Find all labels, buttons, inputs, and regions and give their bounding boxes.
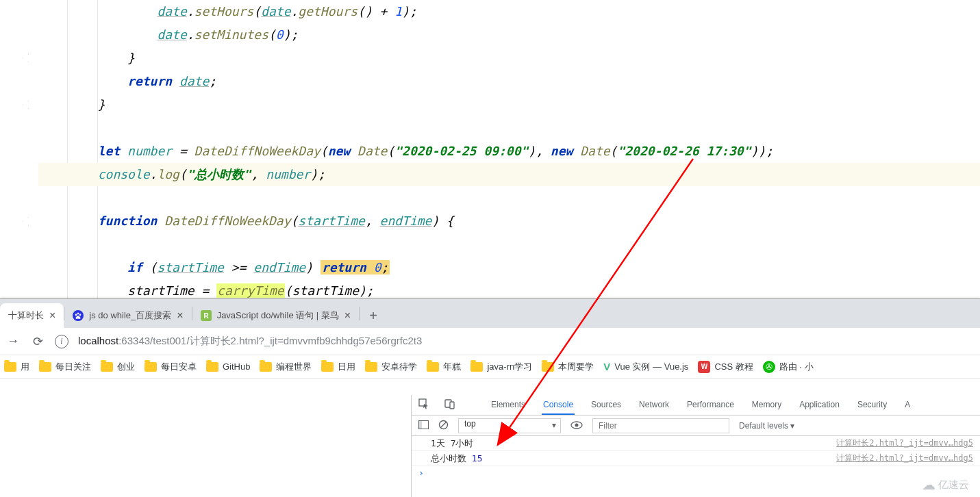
browser-tab[interactable]: js do while_百度搜索× bbox=[64, 303, 191, 328]
forward-button[interactable]: → bbox=[5, 334, 21, 348]
folder-icon bbox=[145, 362, 157, 372]
folder-icon bbox=[321, 362, 334, 372]
bookmark-item[interactable]: 日用 bbox=[321, 361, 355, 373]
console-toolbar: top Default levels ▾ bbox=[412, 416, 980, 436]
browser-tab[interactable]: 十算时长× bbox=[0, 303, 64, 328]
bookmark-item[interactable]: 编程世界 bbox=[260, 361, 312, 373]
bookmark-item[interactable]: WCSS 教程 bbox=[698, 361, 753, 373]
site-info-icon[interactable]: i bbox=[55, 335, 68, 348]
svg-line-9 bbox=[440, 422, 446, 427]
console-filter-input[interactable] bbox=[592, 418, 729, 433]
bookmark-item[interactable]: 年糕 bbox=[427, 361, 461, 373]
bookmark-label: Vue 实例 — Vue.js bbox=[614, 361, 688, 373]
bookmark-label: 创业 bbox=[117, 361, 135, 373]
bookmark-label: 日用 bbox=[338, 361, 355, 373]
svg-text:R: R bbox=[203, 312, 209, 320]
live-expression-icon[interactable] bbox=[570, 420, 583, 431]
bookmark-item[interactable]: 每日关注 bbox=[39, 361, 91, 373]
folder-icon bbox=[4, 362, 16, 372]
devtools-tab-security[interactable]: Security bbox=[856, 396, 888, 415]
tab-favicon: R bbox=[201, 310, 212, 321]
code-editor[interactable]: date.setHours(date.getHours() + 1); date… bbox=[0, 0, 980, 298]
bookmark-label: 编程世界 bbox=[276, 361, 312, 373]
code-line[interactable]: date.setHours(date.getHours() + 1); bbox=[38, 0, 980, 23]
code-line[interactable] bbox=[38, 116, 980, 140]
code-line[interactable] bbox=[38, 233, 980, 256]
code-line[interactable]: let number = DateDiffNoWeekDay(new Date(… bbox=[38, 140, 980, 163]
console-output[interactable]: 1天 7小时计算时长2.html?_ijt=dmvv…hdg5总小时数 15计算… bbox=[412, 436, 980, 497]
bookmark-item[interactable]: VVue 实例 — Vue.js bbox=[603, 361, 688, 373]
execution-context-select[interactable]: top bbox=[458, 418, 561, 433]
devtools-tab-network[interactable]: Network bbox=[638, 396, 670, 415]
code-block[interactable]: date.setHours(date.getHours() + 1); date… bbox=[38, 0, 980, 298]
tab-title: JavaScript do/while 语句 | 菜鸟 bbox=[217, 309, 339, 322]
code-line[interactable]: return date; bbox=[38, 70, 980, 93]
fold-icon[interactable] bbox=[21, 215, 33, 227]
devtools-tab-memory[interactable]: Memory bbox=[751, 396, 783, 415]
code-line[interactable]: } bbox=[38, 47, 980, 70]
devtools-tab-elements[interactable]: Elements bbox=[490, 396, 527, 415]
devtools-tab-sources[interactable]: Sources bbox=[590, 396, 623, 415]
bookmark-label: java-rn学习 bbox=[487, 361, 532, 373]
console-message[interactable]: 总小时数 15计算时长2.html?_ijt=dmvv…hdg5 bbox=[412, 451, 980, 466]
svg-point-11 bbox=[575, 423, 579, 426]
code-line[interactable]: if (startTime >= endTime) return 0; bbox=[38, 256, 980, 279]
bookmark-item[interactable]: java-rn学习 bbox=[470, 361, 532, 373]
code-line[interactable]: date.setMinutes(0); bbox=[38, 23, 980, 47]
svg-rect-5 bbox=[450, 402, 454, 409]
devtools-tab-a[interactable]: A bbox=[903, 396, 912, 415]
folder-icon bbox=[470, 362, 483, 372]
bookmark-label: 用 bbox=[21, 361, 29, 373]
bookmark-label: 每日关注 bbox=[55, 361, 91, 373]
folder-icon bbox=[39, 362, 51, 372]
close-tab-icon[interactable]: × bbox=[177, 309, 183, 322]
code-line[interactable]: } bbox=[38, 93, 980, 116]
code-line[interactable]: function DateDiffNoWeekDay(startTime, en… bbox=[38, 209, 980, 233]
bookmark-item[interactable]: 用 bbox=[4, 361, 29, 373]
devtools-tab-performance[interactable]: Performance bbox=[686, 396, 736, 415]
close-tab-icon[interactable]: × bbox=[344, 309, 351, 322]
url-rest: :63343/test001/计算时长2.html?_ijt=dmvvmfb9c… bbox=[118, 335, 422, 346]
devtools-panel: ElementsConsoleSourcesNetworkPerformance… bbox=[411, 395, 980, 497]
fold-icon[interactable] bbox=[21, 52, 33, 64]
bookmark-label: GitHub bbox=[223, 361, 250, 372]
svg-rect-7 bbox=[419, 420, 422, 429]
address-bar[interactable]: localhost:63343/test001/计算时长2.html?_ijt=… bbox=[78, 335, 422, 348]
bookmark-item[interactable]: 本周要学 bbox=[542, 361, 594, 373]
vue-icon: V bbox=[603, 361, 610, 372]
console-source-link[interactable]: 计算时长2.html?_ijt=dmvv…hdg5 bbox=[836, 437, 973, 449]
devtools-tabs: ElementsConsoleSourcesNetworkPerformance… bbox=[412, 395, 980, 416]
fold-icon[interactable] bbox=[21, 99, 33, 111]
bookmark-item[interactable]: 创业 bbox=[101, 361, 135, 373]
code-line[interactable] bbox=[38, 186, 980, 209]
bookmarks-bar: 用每日关注创业每日安卓GitHub编程世界日用安卓待学年糕java-rn学习本周… bbox=[0, 355, 980, 379]
console-source-link[interactable]: 计算时长2.html?_ijt=dmvv…hdg5 bbox=[836, 453, 973, 464]
bookmark-item[interactable]: 每日安卓 bbox=[145, 361, 197, 373]
bookmark-label: 路由 · 小 bbox=[779, 361, 814, 373]
device-toolbar-icon[interactable] bbox=[444, 398, 455, 411]
reload-button[interactable]: ⟳ bbox=[30, 334, 45, 349]
bookmark-label: 年糕 bbox=[443, 361, 461, 373]
inspect-element-icon[interactable] bbox=[418, 398, 429, 411]
folder-icon bbox=[542, 362, 554, 372]
log-level-select[interactable]: Default levels ▾ bbox=[739, 421, 794, 431]
bookmark-item[interactable]: 安卓待学 bbox=[365, 361, 417, 373]
console-message[interactable]: 1天 7小时计算时长2.html?_ijt=dmvv…hdg5 bbox=[412, 436, 980, 451]
console-sidebar-toggle-icon[interactable] bbox=[418, 420, 429, 431]
new-tab-button[interactable]: + bbox=[364, 306, 383, 325]
code-line[interactable]: console.log("总小时数", number); bbox=[38, 163, 980, 186]
folder-icon bbox=[101, 362, 113, 372]
devtools-tab-application[interactable]: Application bbox=[798, 396, 841, 415]
devtools-tab-console[interactable]: Console bbox=[542, 396, 575, 415]
bookmark-item[interactable]: GitHub bbox=[206, 361, 250, 372]
bookmark-label: 每日安卓 bbox=[161, 361, 197, 373]
folder-icon bbox=[365, 362, 377, 372]
browser-tab[interactable]: RJavaScript do/while 语句 | 菜鸟× bbox=[192, 303, 360, 328]
bookmark-item[interactable]: ✇路由 · 小 bbox=[763, 361, 814, 373]
close-tab-icon[interactable]: × bbox=[49, 309, 55, 322]
editor-gutter bbox=[21, 0, 36, 298]
clear-console-icon[interactable] bbox=[438, 420, 449, 432]
console-prompt[interactable]: › bbox=[412, 466, 980, 479]
code-line[interactable]: startTime = carryTime(startTime); bbox=[38, 279, 980, 298]
url-host: localhost bbox=[78, 335, 118, 346]
